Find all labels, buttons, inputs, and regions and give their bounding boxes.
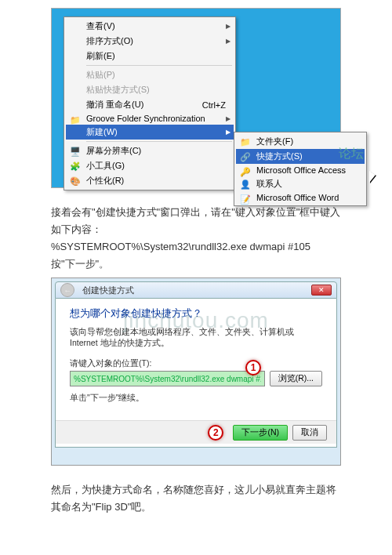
next-button[interactable]: 下一步(N) <box>233 425 288 441</box>
menu-label: 粘贴快捷方式(S) <box>86 84 150 96</box>
location-input[interactable] <box>70 371 265 386</box>
menu-item-personalize[interactable]: 🎨个性化(R) <box>66 173 234 188</box>
personalize-icon: 🎨 <box>69 175 82 187</box>
menu-label: 联系人 <box>256 178 282 190</box>
menu-item-sort[interactable]: 排序方式(O) <box>66 34 234 49</box>
text-line-command: %SYSTEMROOT%\System32\rundll32.exe dwmap… <box>51 238 341 256</box>
word-icon: 📝 <box>239 193 252 205</box>
wizard-heading: 想为哪个对象创建快捷方式？ <box>70 307 322 321</box>
instruction-paragraph-2: 然后，为快捷方式命名，名称随您喜好，这儿小易就直奔主题将其命名为"Flip 3D… <box>51 481 341 516</box>
menu-label: 粘贴(P) <box>86 69 115 81</box>
wizard-footer: 2 下一步(N) 取消 <box>56 420 336 444</box>
shortcut-icon: 🔗 <box>239 151 252 163</box>
menu-label: 查看(V) <box>86 20 115 32</box>
menu-item-refresh[interactable]: 刷新(E) <box>66 49 234 63</box>
bottom-filler <box>0 521 392 555</box>
location-field-row: 浏览(R)... <box>70 371 322 386</box>
wizard-titlebar: ← 创建快捷方式 ✕ <box>55 281 337 299</box>
menu-label: Groove Folder Synchronization <box>86 114 205 123</box>
location-field-label: 请键入对象的位置(T): <box>70 358 322 369</box>
create-shortcut-screenshot: ← 创建快捷方式 ✕ jinchutou.com 想为哪个对象创建快捷方式？ 该… <box>51 278 341 466</box>
menu-label: Microsoft Office Access <box>256 165 346 175</box>
text-line: 按"下一步"。 <box>51 256 341 273</box>
callout-2: 2 <box>208 425 223 441</box>
menu-item-gadgets[interactable]: 🧩小工具(G) <box>66 158 234 173</box>
desktop-context-menu: 查看(V) 排序方式(O) 刷新(E) 粘贴(P) 粘贴快捷方式(S) 撤消 重… <box>64 16 236 190</box>
cancel-button[interactable]: 取消 <box>292 425 327 441</box>
menu-separator <box>86 141 232 142</box>
menu-label: 撤消 重命名(U) <box>86 99 143 111</box>
wizard-hint: 单击"下一步"继续。 <box>70 393 322 404</box>
text-line: 接着会有"创建快捷方式"窗口弹出，请在"键入对象位置"框中键入如下内容： <box>51 204 341 238</box>
wizard-body: jinchutou.com 想为哪个对象创建快捷方式？ 该向导帮您创建本地或网络… <box>55 299 337 448</box>
menu-shortcut: Ctrl+Z <box>202 100 226 110</box>
menu-label: 刷新(E) <box>86 50 115 62</box>
menu-label: 排序方式(O) <box>86 35 133 47</box>
menu-label: 个性化(R) <box>86 175 124 187</box>
new-submenu: 📁文件夹(F) 🔗快捷方式(S) 🔑Microsoft Office Acces… <box>234 132 367 206</box>
menu-item-resolution[interactable]: 🖥️屏幕分辨率(C) <box>66 143 234 158</box>
folder-icon: 📁 <box>239 136 252 148</box>
menu-label: Microsoft Office Word <box>256 193 339 202</box>
menu-item-new[interactable]: 新建(W) <box>66 125 234 140</box>
menu-label: 新建(W) <box>86 126 118 138</box>
text-line: 然后，为快捷方式命名，名称随您喜好，这儿小易就直奔主题将其命名为"Flip 3D… <box>51 481 341 516</box>
submenu-item-access[interactable]: 🔑Microsoft Office Access <box>236 164 365 176</box>
wizard-description: 该向导帮您创建本地或网络程序、文件、文件夹、计算机或 Internet 地址的快… <box>70 327 322 349</box>
menu-item-paste-shortcut: 粘贴快捷方式(S) <box>66 82 234 97</box>
display-icon: 🖥️ <box>69 145 82 158</box>
menu-item-view[interactable]: 查看(V) <box>66 19 234 34</box>
menu-item-undo-rename[interactable]: 撤消 重命名(U)Ctrl+Z <box>66 97 234 112</box>
close-button[interactable]: ✕ <box>311 285 332 296</box>
menu-separator <box>86 65 232 66</box>
submenu-item-contact[interactable]: 👤联系人 <box>236 176 365 191</box>
menu-label: 小工具(G) <box>86 160 125 172</box>
instruction-paragraph-1: 接着会有"创建快捷方式"窗口弹出，请在"键入对象位置"框中键入如下内容： %SY… <box>51 204 341 273</box>
wizard-title: 创建快捷方式 <box>82 285 134 296</box>
menu-label: 快捷方式(S) <box>256 151 303 162</box>
menu-item-groove[interactable]: 📁Groove Folder Synchronization <box>66 112 234 125</box>
context-menu-screenshot: 查看(V) 排序方式(O) 刷新(E) 粘贴(P) 粘贴快捷方式(S) 撤消 重… <box>51 8 341 188</box>
menu-label: 屏幕分辨率(C) <box>86 145 141 157</box>
contact-icon: 👤 <box>239 178 252 190</box>
watermark: 论坛 <box>339 146 364 162</box>
gadget-icon: 🧩 <box>69 160 82 172</box>
back-button: ← <box>60 283 74 297</box>
submenu-item-word[interactable]: 📝Microsoft Office Word <box>236 191 365 204</box>
menu-item-paste: 粘贴(P) <box>66 67 234 82</box>
browse-button[interactable]: 浏览(R)... <box>270 371 322 386</box>
menu-label: 文件夹(F) <box>256 136 293 147</box>
